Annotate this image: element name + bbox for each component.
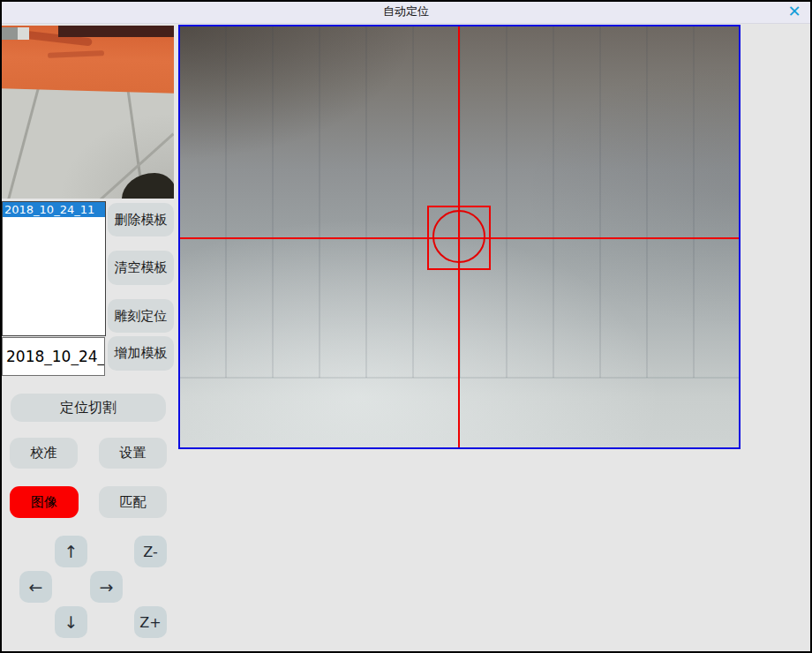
white-patch	[18, 27, 29, 40]
title-bar: 自动定位	[0, 0, 812, 24]
auto-position-dialog: 自动定位 ✕ 2018_10_24_11 删除模板 清空模板 雕刻定位 增加模板…	[0, 0, 812, 653]
up-arrow-icon: ↑	[64, 542, 79, 561]
add-template-button[interactable]: 增加模板	[108, 336, 174, 371]
gray-patch	[2, 27, 18, 40]
jog-left-button[interactable]: ←	[19, 571, 52, 603]
image-button[interactable]: 图像	[10, 486, 79, 518]
down-arrow-icon: ↓	[64, 612, 79, 632]
dark-bar	[58, 26, 174, 37]
jog-down-button[interactable]: ↓	[55, 606, 87, 638]
settings-button[interactable]: 设置	[99, 438, 167, 469]
z-minus-button[interactable]: Z-	[134, 536, 167, 567]
jog-up-button[interactable]: ↑	[55, 536, 87, 567]
z-plus-button[interactable]: Z+	[134, 606, 167, 638]
engrave-position-button[interactable]: 雕刻定位	[108, 299, 174, 333]
clear-templates-button[interactable]: 清空模板	[108, 251, 174, 285]
right-arrow-icon: →	[100, 577, 114, 597]
dialog-title: 自动定位	[383, 4, 429, 19]
camera-view[interactable]	[178, 25, 741, 449]
left-arrow-icon: ←	[29, 577, 43, 597]
calibrate-button[interactable]: 校准	[10, 438, 78, 469]
template-list[interactable]: 2018_10_24_11	[2, 201, 106, 336]
close-icon: ✕	[787, 4, 801, 19]
delete-template-button[interactable]: 删除模板	[108, 203, 174, 236]
template-name-input[interactable]	[2, 337, 105, 376]
template-preview-image	[2, 26, 174, 199]
jog-right-button[interactable]: →	[90, 571, 123, 603]
beam-streak	[48, 50, 104, 58]
roi-circle	[432, 210, 485, 263]
template-list-item-selected[interactable]: 2018_10_24_11	[3, 202, 105, 217]
close-button[interactable]: ✕	[785, 2, 804, 21]
position-cut-button[interactable]: 定位切割	[11, 394, 166, 422]
match-button[interactable]: 匹配	[99, 486, 167, 518]
